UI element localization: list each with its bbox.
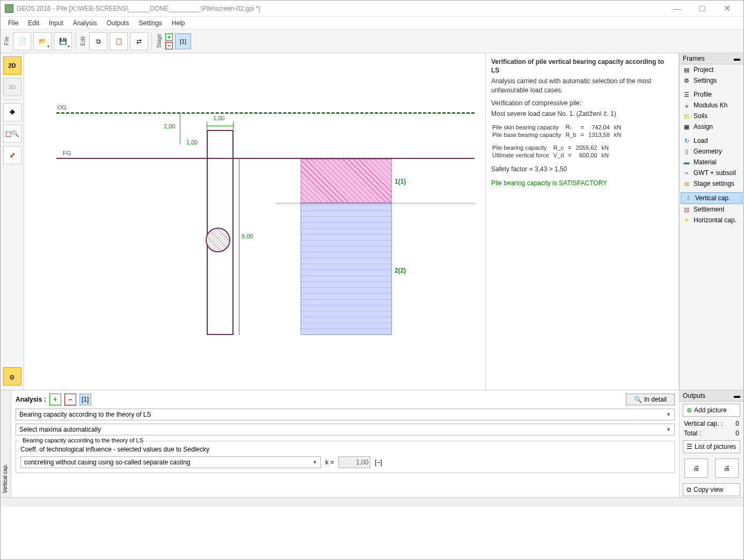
analysis-method-combo[interactable]: Bearing capacity according to the theory…: [16, 409, 675, 420]
coeff-row: concreting without casing using so-calle…: [20, 456, 670, 468]
frame-assign[interactable]: ▦Assign: [680, 121, 743, 132]
technology-combo[interactable]: concreting without casing using so-calle…: [20, 456, 321, 468]
close-button[interactable]: ✕: [714, 1, 739, 17]
frame-gwt-subsoil[interactable]: ≈GWT + subsoil: [680, 168, 743, 178]
frames-header: Frames ▬: [680, 53, 743, 64]
app-icon: [5, 4, 13, 13]
analysis-panel: Analysis : + − [1] 🔍 In detail Bearing c…: [11, 390, 679, 497]
toolbar-separator: [151, 32, 152, 50]
frame-stage-settings[interactable]: ⊞Stage settings: [680, 178, 743, 189]
profile-icon: ☰: [683, 91, 690, 98]
report-line-2: Most severe load case No. 1. (Zatížení č…: [491, 110, 673, 118]
magnifier-icon: 🔍: [634, 396, 642, 403]
canvas-wrap: OG FG 1,00 2,00 1,00 9,00 1(1) 2(2) Veri…: [24, 53, 679, 390]
window-title: GEO5 2016 - Pile [X:\WEB-SCREENS\______D…: [17, 5, 665, 12]
title-bar: GEO5 2016 - Pile [X:\WEB-SCREENS\______D…: [1, 1, 743, 17]
copy-view-button[interactable]: ⧉ Copy view: [683, 483, 740, 496]
outputs-header: Outputs ▬: [680, 390, 743, 402]
analysis-label: Analysis :: [16, 396, 46, 403]
soils-icon: ▨: [683, 112, 690, 120]
report-safety-factor: Safety factor = 3,43 > 1,50: [491, 165, 673, 173]
zoom-extents-button[interactable]: ⤢: [3, 146, 21, 164]
document-icon: 📄: [18, 38, 26, 45]
toolbar-group-stage-label: Stage: [155, 33, 163, 49]
menu-input[interactable]: Input: [45, 18, 68, 28]
view-3d-button[interactable]: 3D: [3, 78, 21, 96]
load-icon: ↻: [683, 137, 690, 144]
analysis-remove-button[interactable]: −: [64, 394, 76, 405]
print-picture-button[interactable]: 🖨: [715, 459, 739, 478]
view-2d-button[interactable]: 2D: [3, 56, 21, 75]
menu-edit[interactable]: Edit: [24, 18, 43, 28]
gear-icon: ⚙: [9, 374, 15, 381]
frame-vertical-cap[interactable]: ⇕Vertical cap.: [681, 192, 742, 204]
paste-icon: 📋: [115, 38, 123, 45]
collapse-icon[interactable]: ▬: [734, 55, 740, 62]
new-file-button[interactable]: 📄: [13, 32, 31, 50]
frame-load[interactable]: ↻Load: [680, 135, 743, 146]
soil-2-label: 2(2): [395, 267, 406, 274]
chevron-down-icon: ▼: [666, 412, 671, 417]
menu-analysis[interactable]: Analysis: [69, 18, 101, 28]
frame-profile[interactable]: ☰Profile: [680, 89, 743, 100]
zoom-window-button[interactable]: ⬚🔍: [3, 125, 21, 143]
add-picture-button[interactable]: ⊕ Add picture: [683, 404, 740, 417]
report-panel: Verification of pile vertical bearing ca…: [485, 53, 679, 390]
frame-project[interactable]: ▤Project: [680, 64, 743, 75]
menu-file[interactable]: File: [4, 18, 23, 28]
geometry-icon: ▯: [683, 148, 690, 155]
dimension-width: [207, 122, 234, 129]
frame-modulus-kh[interactable]: ⏚Modulus Kh: [680, 100, 743, 111]
stage-tab-1[interactable]: [1]: [175, 33, 191, 49]
folder-open-icon: 📂: [39, 38, 47, 45]
print-report-button[interactable]: 🖨: [684, 459, 708, 478]
copy-icon: ⧉: [96, 38, 101, 45]
fit-icon: ⤢: [10, 151, 15, 159]
paste-button[interactable]: 📋: [110, 32, 128, 50]
pile-cross-section: [206, 228, 230, 252]
frame-geometry[interactable]: ▯Geometry: [680, 146, 743, 157]
frame-soils[interactable]: ▨Soils: [680, 111, 743, 121]
coeff-description: Coeff. of technological influence - sele…: [20, 446, 670, 453]
bottom-area: Vertical cap. Analysis : + − [1] 🔍 In de…: [1, 390, 743, 497]
frame-settings[interactable]: ⚙Settings: [680, 75, 743, 86]
report-line-1: Verification of compressive pile:: [491, 99, 673, 107]
menu-help[interactable]: Help: [167, 18, 189, 28]
in-detail-button[interactable]: 🔍 In detail: [626, 394, 675, 405]
frame-settlement[interactable]: ▧Settlement: [680, 204, 743, 215]
list-icon: ☰: [687, 443, 692, 450]
gwt-line: [276, 203, 475, 203]
analysis-maxima-combo[interactable]: Select maxima automatically▼: [16, 424, 675, 435]
maximize-button[interactable]: ☐: [690, 1, 714, 17]
drawing-canvas[interactable]: OG FG 1,00 2,00 1,00 9,00 1(1) 2(2): [24, 53, 485, 390]
minimize-button[interactable]: —: [665, 1, 690, 17]
report-result: Pile bearing capacity is SATISFACTORY: [491, 179, 673, 187]
vcap-icon: ⇕: [684, 194, 692, 202]
frame-material[interactable]: ▬Material: [680, 157, 743, 168]
transfer-icon: ⇄: [136, 38, 142, 45]
dimension-h1: [180, 112, 180, 144]
dimension-h1-label: 2,00: [164, 123, 175, 129]
pan-button[interactable]: ✥: [3, 103, 21, 121]
assign-icon: ▦: [683, 123, 690, 130]
view-settings-button[interactable]: ⚙: [3, 367, 21, 386]
transfer-button[interactable]: ⇄: [130, 32, 148, 50]
open-file-button[interactable]: 📂: [33, 32, 52, 50]
k-unit: [–]: [375, 459, 382, 466]
menu-outputs[interactable]: Outputs: [102, 18, 133, 28]
fg-line: [56, 158, 475, 159]
menu-settings[interactable]: Settings: [134, 18, 166, 28]
analysis-add-button[interactable]: +: [49, 394, 61, 405]
copy-button[interactable]: ⧉: [89, 32, 107, 50]
list-of-pictures-button[interactable]: ☰ List of pictures: [683, 440, 740, 453]
printer-icon: 🖨: [724, 464, 730, 472]
stage-remove-button[interactable]: −: [165, 42, 173, 49]
save-file-button[interactable]: 💾: [54, 32, 72, 50]
collapse-icon[interactable]: ▬: [734, 392, 740, 399]
analysis-tab-1[interactable]: [1]: [79, 394, 91, 405]
frame-horizontal-cap[interactable]: ☀Horizontal cap.: [680, 215, 743, 226]
outputs-panel: Outputs ▬ ⊕ Add picture Vertical cap. :0…: [679, 390, 743, 497]
stage-add-button[interactable]: +: [165, 33, 173, 41]
bottom-vertical-tab[interactable]: Vertical cap.: [1, 390, 11, 497]
material-icon: ▬: [683, 158, 690, 166]
